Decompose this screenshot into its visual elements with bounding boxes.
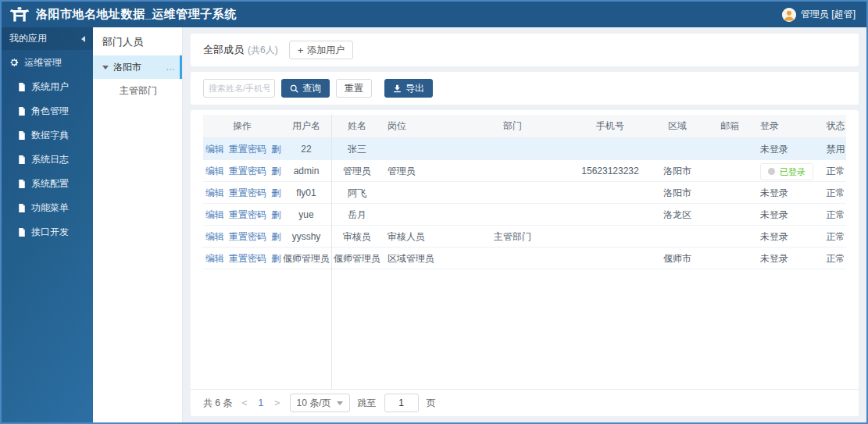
sidebar-menu: 系统用户角色管理数据字典系统日志系统配置功能菜单接口开发 — [2, 75, 93, 244]
cell-email — [702, 160, 758, 182]
table-row[interactable]: 编辑重置密码删除 yue 岳月 洛龙区 未登录 正常 — [203, 204, 846, 226]
dept-panel-title: 部门人员 — [93, 27, 182, 55]
table-row[interactable]: 编辑重置密码删除 22 张三 未登录 禁用 — [203, 138, 846, 160]
edit-link[interactable]: 编辑 — [205, 209, 224, 220]
column-header-dept: 部门 — [458, 119, 567, 133]
reset-button[interactable]: 重置 — [336, 79, 372, 98]
prev-page-button[interactable]: < — [240, 397, 248, 408]
cell-actions: 编辑重置密码删除 — [203, 204, 281, 226]
cell-username: 22 — [281, 138, 331, 160]
cell-dept: 主管部门 — [458, 226, 567, 248]
delete-link[interactable]: 删除 — [271, 144, 281, 155]
cell-region: 洛阳市 — [653, 182, 702, 204]
gear-icon — [9, 58, 19, 67]
pagination: 共 6 条 < 1 > 10 条/页 跳至 页 — [191, 389, 859, 416]
export-button[interactable]: 导出 — [384, 79, 433, 98]
status-dot-icon — [768, 168, 775, 175]
sidebar-item-data-dictionary[interactable]: 数据字典 — [2, 123, 93, 148]
members-label: 全部成员 — [203, 43, 244, 57]
column-header-name: 姓名 — [331, 119, 383, 133]
tree-node-supervisor-dept[interactable]: 主管部门 — [93, 79, 182, 102]
app-title: 洛阳市地名地址数据_运维管理子系统 — [36, 7, 237, 22]
cell-phone: 15623123232 — [567, 160, 653, 182]
sidebar-item-function-menu[interactable]: 功能菜单 — [2, 196, 93, 220]
cell-actions: 编辑重置密码删除 — [203, 226, 281, 248]
edit-link[interactable]: 编辑 — [205, 166, 224, 176]
caret-down-icon[interactable] — [102, 66, 109, 69]
delete-link[interactable]: 删除 — [271, 253, 281, 264]
cell-region: 洛龙区 — [653, 204, 702, 226]
table-row[interactable]: 编辑重置密码删除 偃师管理员 偃师管理员 区域管理员 偃师市 未登录 正常 — [203, 248, 846, 269]
query-label: 查询 — [302, 82, 321, 95]
cell-dept — [458, 204, 567, 226]
sidebar-item-role-management[interactable]: 角色管理 — [2, 99, 93, 123]
add-user-button[interactable]: + 添加用户 — [289, 41, 354, 59]
query-button[interactable]: 查询 — [281, 79, 330, 98]
cell-status: 正常 — [825, 226, 846, 248]
cell-email — [702, 138, 758, 160]
ellipsis-icon[interactable]: … — [166, 62, 176, 73]
document-icon — [18, 83, 26, 91]
export-icon — [393, 84, 402, 93]
edit-link[interactable]: 编辑 — [205, 231, 224, 242]
edit-link[interactable]: 编辑 — [205, 187, 224, 198]
plus-icon: + — [298, 45, 304, 55]
user-menu[interactable]: 管理员 [超管] — [782, 8, 855, 22]
cell-username: 偃师管理员 — [281, 248, 331, 269]
sidebar-group-ops-management[interactable]: 运维管理 — [2, 50, 93, 75]
cell-phone — [567, 204, 653, 226]
cell-status: 正常 — [825, 204, 846, 226]
sidebar-apps-header[interactable]: 我的应用 — [2, 27, 93, 50]
delete-link[interactable]: 删除 — [271, 166, 281, 176]
cell-status: 正常 — [825, 248, 846, 269]
cell-region: 偃师市 — [653, 248, 702, 269]
fixed-column-divider — [331, 115, 332, 389]
tree-node-luoyang[interactable]: 洛阳市 … — [93, 55, 182, 79]
cell-name: 岳月 — [331, 204, 383, 226]
reset-password-link[interactable]: 重置密码 — [229, 166, 266, 176]
cell-dept — [458, 248, 567, 269]
brand: 洛阳市地名地址数据_运维管理子系统 — [9, 6, 237, 23]
collapse-arrow-icon[interactable] — [81, 36, 85, 42]
cell-post — [383, 204, 458, 226]
sidebar-item-system-config[interactable]: 系统配置 — [2, 172, 93, 196]
current-page[interactable]: 1 — [257, 397, 266, 408]
column-header-phone: 手机号 — [567, 119, 653, 133]
table-row[interactable]: 编辑重置密码删除 fly01 阿飞 洛阳市 未登录 正常 — [203, 182, 846, 204]
cell-actions: 编辑重置密码删除 — [203, 138, 281, 160]
delete-link[interactable]: 删除 — [271, 209, 281, 220]
sidebar-item-system-users[interactable]: 系统用户 — [2, 75, 93, 99]
dept-panel: 部门人员 洛阳市 … 主管部门 — [93, 27, 183, 422]
page-size-select[interactable]: 10 条/页 — [290, 394, 350, 412]
cell-name: 管理员 — [331, 160, 383, 182]
reset-password-link[interactable]: 重置密码 — [229, 144, 266, 155]
table-header: 操作用户名姓名岗位部门手机号区域邮箱登录状态 — [203, 115, 846, 138]
cell-login: 未登录 — [758, 226, 825, 248]
edit-link[interactable]: 编辑 — [205, 253, 224, 264]
reset-password-link[interactable]: 重置密码 — [229, 253, 266, 264]
cell-email — [702, 226, 758, 248]
next-page-button[interactable]: > — [273, 397, 281, 408]
search-input[interactable] — [203, 79, 275, 98]
table-row[interactable]: 编辑重置密码删除 yysshy 审核员 审核人员 主管部门 未登录 正常 — [203, 226, 846, 248]
jump-page-input[interactable] — [384, 394, 419, 412]
cell-actions: 编辑重置密码删除 — [203, 248, 281, 269]
reset-password-link[interactable]: 重置密码 — [229, 209, 266, 220]
login-status-badge[interactable]: 已登录 — [760, 163, 813, 180]
table-row[interactable]: 编辑重置密码删除 admin 管理员 管理员 15623123232 洛阳市 已… — [203, 160, 846, 182]
cell-login: 未登录 — [758, 138, 825, 160]
reset-password-link[interactable]: 重置密码 — [229, 231, 266, 242]
document-icon — [18, 131, 26, 140]
edit-link[interactable]: 编辑 — [205, 144, 224, 155]
users-table-card: 操作用户名姓名岗位部门手机号区域邮箱登录状态 编辑重置密码删除 22 张三 未登… — [191, 110, 859, 416]
delete-link[interactable]: 删除 — [271, 187, 281, 198]
sidebar-item-api-development[interactable]: 接口开发 — [2, 220, 93, 244]
main-content: 全部成员 (共6人) + 添加用户 查询 重置 — [183, 27, 866, 422]
reset-password-link[interactable]: 重置密码 — [229, 187, 266, 198]
cell-login: 已登录 — [758, 160, 825, 182]
sidebar-item-system-logs[interactable]: 系统日志 — [2, 148, 93, 172]
sidebar-item-label: 接口开发 — [31, 226, 69, 239]
column-header-region: 区域 — [653, 119, 702, 133]
chevron-down-icon — [337, 401, 343, 405]
delete-link[interactable]: 删除 — [271, 231, 281, 242]
